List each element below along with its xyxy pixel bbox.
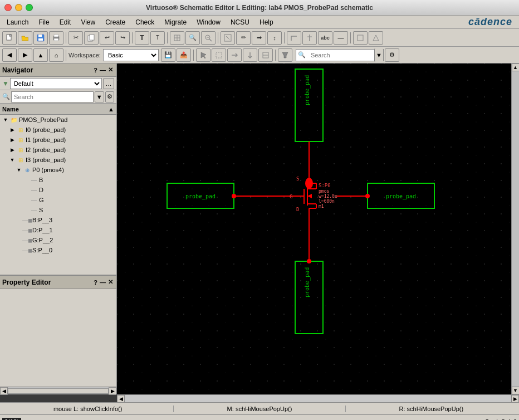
nav-search-btn[interactable]: ⚙ <box>105 91 115 102</box>
tree-item-gp2[interactable]: —◼ G:P__2 <box>0 235 116 245</box>
workspace-select[interactable]: Basic Advanced <box>103 49 159 61</box>
schematic-canvas[interactable]: probe_pad probe_pad probe_pad probe_pad <box>117 64 511 394</box>
filter-icon: ▼ <box>2 80 9 87</box>
cut-button[interactable]: ✂ <box>68 31 83 45</box>
tree-item-d[interactable]: — D <box>0 185 116 195</box>
separator6 <box>350 32 351 43</box>
schematic-horizontal-scrollbar[interactable]: ◀ ▶ <box>117 394 519 402</box>
tree-item-i3[interactable]: ▼ ⊞ I3 (probe_pad) <box>0 155 116 165</box>
new-button[interactable] <box>2 31 17 45</box>
tool7-button[interactable] <box>353 31 368 45</box>
menu-ncsu[interactable]: NCSU <box>226 17 254 27</box>
tree-item-sp0[interactable]: —◼ S:P__0 <box>0 245 116 255</box>
horizontal-scrollbar[interactable]: ◀ ▶ <box>0 387 116 394</box>
select3-btn[interactable] <box>227 48 242 62</box>
search-options[interactable]: ⚙ <box>385 48 399 62</box>
close-button[interactable] <box>4 4 12 11</box>
window-title: Virtuoso® Schematic Editor L Editing: la… <box>146 4 373 12</box>
nav-close-icon[interactable]: ✕ <box>107 66 114 74</box>
print-button[interactable] <box>49 31 63 45</box>
menu-window[interactable]: Window <box>192 17 225 27</box>
maximize-button[interactable] <box>26 4 33 11</box>
tool6-button[interactable] <box>302 31 317 45</box>
select4-btn[interactable] <box>243 48 257 62</box>
vertical-scrollbar[interactable]: ▲ ▼ <box>511 64 519 394</box>
abc-button[interactable]: abc <box>318 31 332 45</box>
zoom-in-button[interactable]: 🔍 <box>185 31 200 45</box>
select-btn[interactable] <box>196 48 210 62</box>
home-button[interactable]: ⌂ <box>49 48 63 62</box>
pe-minimize-icon[interactable]: — <box>99 279 107 286</box>
nav-search-dropdown[interactable]: ▼ <box>95 91 104 102</box>
sch-scroll-right[interactable]: ▶ <box>511 395 519 403</box>
line-button[interactable]: — <box>334 31 348 45</box>
tool1-button[interactable] <box>170 31 184 45</box>
text-large-button[interactable]: T <box>135 31 149 45</box>
menu-check[interactable]: Check <box>131 17 159 27</box>
menu-migrate[interactable]: Migrate <box>160 17 191 27</box>
ws-btn1[interactable]: 💾 <box>161 48 175 62</box>
menu-create[interactable]: Create <box>101 17 130 27</box>
command-input[interactable] <box>29 418 484 421</box>
scroll-up-button[interactable]: ▲ <box>512 64 520 71</box>
menu-launch[interactable]: Launch <box>2 17 33 27</box>
open-button[interactable] <box>18 31 32 45</box>
filter-btn[interactable] <box>278 48 292 62</box>
copy-button[interactable] <box>84 31 99 45</box>
undo-button[interactable]: ↩ <box>100 31 114 45</box>
tree-item-s[interactable]: — S <box>0 205 116 215</box>
tree-item-p0[interactable]: ▼ ⊕ P0 (pmos4) <box>0 165 116 175</box>
redo-button[interactable]: ↪ <box>115 31 130 45</box>
tree-label: I0 (probe_pad) <box>26 126 66 133</box>
select5-btn[interactable] <box>258 48 273 62</box>
select2-btn[interactable] <box>212 48 226 62</box>
pe-help-icon[interactable]: ? <box>92 279 99 286</box>
scroll-down-button[interactable]: ▼ <box>512 387 520 394</box>
tool4-button[interactable]: ➡ <box>252 31 266 45</box>
filter-options-btn[interactable]: … <box>103 78 114 89</box>
tool5-button[interactable]: ↕ <box>267 31 282 45</box>
separator <box>66 32 66 43</box>
minimize-button[interactable] <box>15 4 22 11</box>
svg-marker-22 <box>201 52 206 58</box>
save-button[interactable] <box>33 31 48 45</box>
sch-scroll-left[interactable]: ◀ <box>117 395 125 403</box>
scroll-thumb[interactable] <box>8 388 109 394</box>
ws-btn2[interactable]: 📤 <box>177 48 191 62</box>
navigator-search-input[interactable] <box>11 91 94 102</box>
sch-scroll-track <box>125 395 511 402</box>
annot-g: G <box>290 194 292 199</box>
back-button[interactable]: ◀ <box>2 48 17 62</box>
search-input[interactable] <box>307 50 374 61</box>
menu-view[interactable]: View <box>76 17 100 27</box>
menu-edit[interactable]: Edit <box>55 17 76 27</box>
search-dropdown[interactable]: ▼ <box>374 48 383 62</box>
scroll-right-arrow[interactable]: ▶ <box>109 387 116 395</box>
tree-item-i1[interactable]: ▶ ⊞ I1 (probe_pad) <box>0 135 116 145</box>
wire-button[interactable] <box>287 31 301 45</box>
scroll-up-icon[interactable]: ▲ <box>108 106 114 113</box>
zoom-out-button[interactable] <box>201 31 216 45</box>
nav-help-icon[interactable]: ? <box>92 67 99 74</box>
tool3-button[interactable]: ✏ <box>236 31 251 45</box>
tool2-button[interactable] <box>221 31 235 45</box>
tree-item-dp1[interactable]: —◼ D:P__1 <box>0 225 116 235</box>
text-small-button[interactable]: T <box>150 31 165 45</box>
tree-item-i2[interactable]: ▶ ⊞ I2 (probe_pad) <box>0 145 116 155</box>
forward-button[interactable]: ▶ <box>18 48 32 62</box>
expander-icon <box>22 187 29 193</box>
nav-minimize-icon[interactable]: — <box>99 67 107 74</box>
tree-item-bp3[interactable]: —◼ B:P__3 <box>0 215 116 225</box>
menu-help[interactable]: Help <box>255 17 278 27</box>
menu-file[interactable]: File <box>34 17 53 27</box>
tree-item-b[interactable]: — B <box>0 175 116 185</box>
tool8-button[interactable] <box>369 31 383 45</box>
pe-close-icon[interactable]: ✕ <box>107 279 114 286</box>
tree-item-g[interactable]: — G <box>0 195 116 205</box>
scroll-left-arrow[interactable]: ◀ <box>0 387 8 395</box>
separator7 <box>66 50 66 61</box>
tree-item-pmos-probepad[interactable]: ▼ 📁 PMOS_ProbePad <box>0 115 116 125</box>
up-button[interactable]: ▲ <box>33 48 48 62</box>
tree-item-i0[interactable]: ▶ ⊞ I0 (probe_pad) <box>0 125 116 135</box>
filter-dropdown[interactable]: Default <box>10 78 102 89</box>
